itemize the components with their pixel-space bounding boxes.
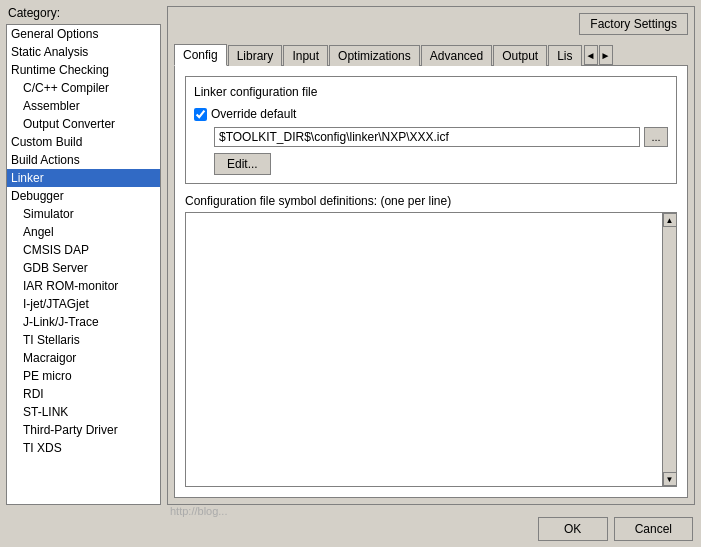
- symbols-label: Configuration file symbol definitions: (…: [185, 194, 677, 208]
- override-checkbox[interactable]: [194, 108, 207, 121]
- right-panel: Factory Settings ConfigLibraryInputOptim…: [167, 6, 695, 505]
- override-row: Override default: [194, 107, 668, 121]
- sidebar-item-ti-stellaris[interactable]: TI Stellaris: [7, 331, 160, 349]
- dialog-footer: http://blog... OK Cancel: [0, 511, 701, 547]
- cancel-button[interactable]: Cancel: [614, 517, 693, 541]
- tabs-container: ConfigLibraryInputOptimizationsAdvancedO…: [174, 43, 688, 66]
- sidebar-item-output-converter[interactable]: Output Converter: [7, 115, 160, 133]
- sidebar-item-cmsis-dap[interactable]: CMSIS DAP: [7, 241, 160, 259]
- factory-settings-button[interactable]: Factory Settings: [579, 13, 688, 35]
- sidebar-item-linker[interactable]: Linker: [7, 169, 160, 187]
- sidebar-item-static-analysis[interactable]: Static Analysis: [7, 43, 160, 61]
- linker-config-title: Linker configuration file: [194, 85, 668, 99]
- left-panel: Category: General OptionsStatic Analysis…: [6, 6, 161, 505]
- factory-settings-row: Factory Settings: [174, 13, 688, 35]
- sidebar-item-st-link[interactable]: ST-LINK: [7, 403, 160, 421]
- linker-config-section: Linker configuration file Override defau…: [185, 76, 677, 184]
- sidebar-item-build-actions[interactable]: Build Actions: [7, 151, 160, 169]
- sidebar-item-assembler[interactable]: Assembler: [7, 97, 160, 115]
- tab-scroll-left-button[interactable]: ◄: [584, 45, 598, 65]
- sidebar-item-third-party-driver[interactable]: Third-Party Driver: [7, 421, 160, 439]
- tab-scroll-right-button[interactable]: ►: [599, 45, 613, 65]
- tab-optimizations[interactable]: Optimizations: [329, 45, 420, 66]
- override-label: Override default: [211, 107, 296, 121]
- tree-container[interactable]: General OptionsStatic AnalysisRuntime Ch…: [6, 24, 161, 505]
- path-row: ...: [214, 127, 668, 147]
- sidebar-item-runtime-checking[interactable]: Runtime Checking: [7, 61, 160, 79]
- sidebar-item-rdi[interactable]: RDI: [7, 385, 160, 403]
- sidebar-item-gdb-server[interactable]: GDB Server: [7, 259, 160, 277]
- sidebar-item-debugger[interactable]: Debugger: [7, 187, 160, 205]
- dialog-body: Category: General OptionsStatic Analysis…: [0, 0, 701, 511]
- browse-button[interactable]: ...: [644, 127, 668, 147]
- sidebar-item-iar-rom-monitor[interactable]: IAR ROM-monitor: [7, 277, 160, 295]
- scroll-up-button[interactable]: ▲: [663, 213, 677, 227]
- sidebar-item-ijet-jtagjet[interactable]: I-jet/JTAGjet: [7, 295, 160, 313]
- sidebar-item-simulator[interactable]: Simulator: [7, 205, 160, 223]
- edit-button[interactable]: Edit...: [214, 153, 271, 175]
- dialog: Category: General OptionsStatic Analysis…: [0, 0, 701, 547]
- tab-output[interactable]: Output: [493, 45, 547, 66]
- sidebar-item-general-options[interactable]: General Options: [7, 25, 160, 43]
- path-input[interactable]: [214, 127, 640, 147]
- tab-library[interactable]: Library: [228, 45, 283, 66]
- tab-input[interactable]: Input: [283, 45, 328, 66]
- tab-lis[interactable]: Lis: [548, 45, 581, 66]
- sidebar-item-macraigor[interactable]: Macraigor: [7, 349, 160, 367]
- sidebar-item-custom-build[interactable]: Custom Build: [7, 133, 160, 151]
- category-label: Category:: [6, 6, 161, 20]
- sidebar-item-pe-micro[interactable]: PE micro: [7, 367, 160, 385]
- tab-config[interactable]: Config: [174, 44, 227, 66]
- ok-button[interactable]: OK: [538, 517, 608, 541]
- sidebar-item-angel[interactable]: Angel: [7, 223, 160, 241]
- symbols-box: ▲ ▼: [185, 212, 677, 487]
- scroll-down-button[interactable]: ▼: [663, 472, 677, 486]
- sidebar-item-jlink-jtrace[interactable]: J-Link/J-Trace: [7, 313, 160, 331]
- tab-content: Linker configuration file Override defau…: [174, 66, 688, 498]
- symbols-textarea[interactable]: [186, 213, 662, 486]
- tab-advanced[interactable]: Advanced: [421, 45, 492, 66]
- sidebar-item-ti-xds[interactable]: TI XDS: [7, 439, 160, 457]
- sidebar-item-cpp-compiler[interactable]: C/C++ Compiler: [7, 79, 160, 97]
- symbols-scrollbar: ▲ ▼: [662, 213, 676, 486]
